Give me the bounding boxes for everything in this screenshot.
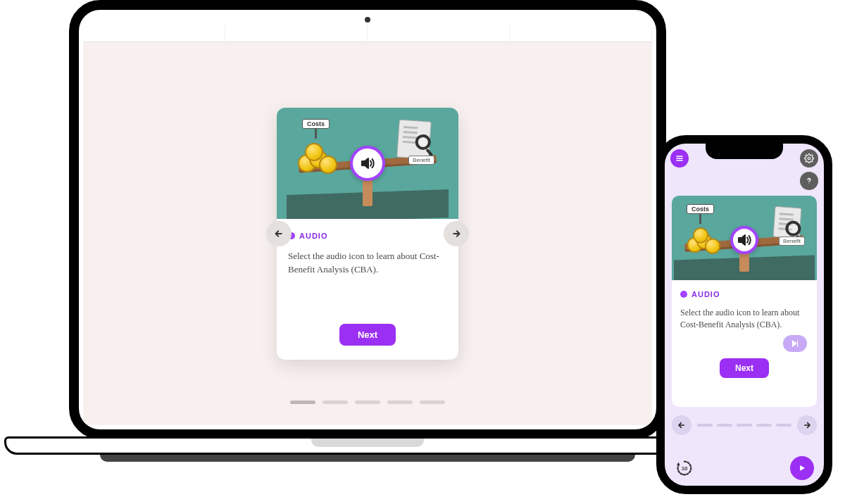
carousel-segment[interactable] [420, 401, 445, 404]
rewind-10-button[interactable]: 10 [675, 458, 694, 478]
costs-sign-label: Costs [302, 119, 330, 129]
magnifier-icon [785, 220, 801, 237]
carousel-segment[interactable] [387, 401, 413, 404]
svg-marker-8 [739, 235, 745, 245]
scale-illustration: Costs Benefit [287, 116, 449, 215]
costs-sign-label: Costs [687, 204, 714, 214]
carousel-prev-button[interactable] [672, 415, 691, 435]
card-hero-illustration: Costs Benefit [672, 196, 817, 280]
media-type-label: AUDIO [299, 232, 327, 240]
question-icon [804, 176, 814, 186]
svg-marker-1 [362, 158, 368, 168]
lesson-card: Costs Benefit [277, 108, 458, 360]
next-button[interactable]: Next [720, 358, 769, 378]
carousel-indicator [697, 424, 791, 427]
document-icon [396, 120, 432, 160]
laptop-screen: Costs Benefit [83, 25, 652, 425]
costs-sign: Costs [302, 119, 330, 139]
arrow-left-icon [676, 420, 687, 431]
media-type-tag: AUDIO [288, 232, 447, 240]
laptop-device-frame: Costs Benefit [4, 0, 731, 479]
carousel-segment[interactable] [756, 424, 772, 427]
menu-button[interactable] [670, 149, 689, 168]
phone-device-frame: Costs Benefit [656, 135, 832, 494]
rewind-icon: 10 [675, 458, 694, 478]
phone-screen: Costs Benefit [665, 144, 824, 486]
coins-icon [687, 227, 723, 253]
scale-illustration: Costs Benefit [674, 203, 815, 280]
carousel-segment[interactable] [776, 424, 791, 427]
laptop-trackpad-notch [311, 439, 424, 447]
card-instructions: Select the audio icon to learn about Cos… [288, 250, 447, 277]
carousel-segment[interactable] [737, 424, 752, 427]
laptop-main-area: Costs Benefit [83, 42, 652, 425]
benefit-sign-label: Benefit [408, 156, 434, 165]
card-instructions: Select the audio icon to learn about Cos… [680, 307, 808, 332]
laptop-topbar [83, 25, 652, 42]
magnifier-icon [415, 134, 431, 150]
carousel-segment[interactable] [717, 424, 732, 427]
play-icon [797, 463, 807, 473]
play-button[interactable] [790, 456, 814, 480]
next-button[interactable]: Next [339, 324, 396, 346]
help-button[interactable] [800, 172, 818, 190]
lesson-card: Costs Benefit [672, 196, 817, 407]
svg-point-6 [808, 157, 810, 160]
phone-bottom-controls: 10 [665, 456, 824, 480]
carousel-controls [672, 415, 817, 435]
document-icon [773, 206, 802, 239]
svg-marker-13 [677, 462, 680, 465]
svg-marker-9 [793, 341, 796, 346]
svg-point-7 [808, 182, 809, 183]
card-hero-illustration: Costs Benefit [277, 108, 458, 219]
svg-marker-15 [800, 465, 805, 471]
audio-play-button[interactable] [730, 226, 758, 254]
costs-sign: Costs [687, 204, 714, 224]
carousel-next-button[interactable] [797, 415, 817, 435]
hamburger-icon [675, 153, 684, 163]
carousel-segment[interactable] [355, 401, 380, 404]
skip-forward-icon [790, 339, 800, 348]
carousel-segment[interactable] [697, 424, 713, 427]
carousel-next-button[interactable] [444, 221, 469, 246]
benefit-sign-label: Benefit [779, 237, 805, 246]
laptop-camera-icon [365, 17, 370, 23]
carousel-segment[interactable] [323, 401, 348, 404]
media-type-label: AUDIO [691, 290, 720, 298]
carousel-prev-button[interactable] [266, 221, 292, 246]
tag-dot-icon [680, 291, 687, 298]
coins-icon [298, 143, 340, 174]
arrow-right-icon [450, 227, 463, 240]
phone-notch [706, 144, 783, 159]
svg-text:10: 10 [682, 465, 688, 472]
media-type-tag: AUDIO [680, 290, 808, 298]
carousel-segment[interactable] [290, 401, 315, 404]
gear-icon [804, 153, 814, 163]
skip-forward-button[interactable] [783, 335, 807, 352]
arrow-left-icon [273, 227, 285, 240]
settings-button[interactable] [800, 149, 818, 168]
arrow-right-icon [801, 420, 813, 431]
card-body: AUDIO Select the audio icon to learn abo… [277, 219, 458, 360]
speaker-icon [359, 155, 376, 172]
laptop-bezel: Costs Benefit [69, 0, 666, 439]
laptop-base [4, 436, 731, 479]
carousel-indicator [290, 401, 445, 404]
speaker-icon [736, 232, 753, 248]
audio-play-button[interactable] [350, 146, 385, 181]
